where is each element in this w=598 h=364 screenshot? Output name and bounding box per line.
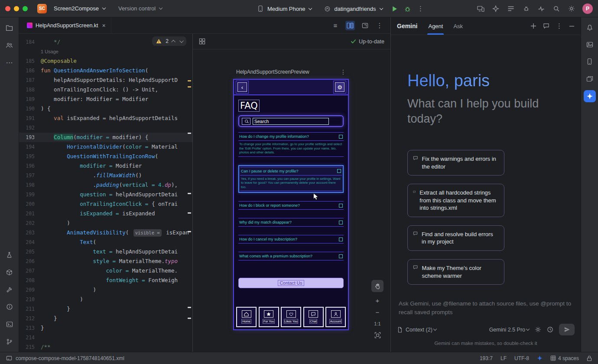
expand-icon[interactable] bbox=[337, 169, 341, 173]
zoom-out-button[interactable]: − bbox=[376, 309, 380, 315]
hide-panel-icon[interactable] bbox=[569, 23, 575, 29]
readonly-lock-icon[interactable] bbox=[587, 355, 592, 361]
conversations-icon[interactable] bbox=[543, 23, 549, 29]
float-window-icon[interactable] bbox=[360, 21, 370, 30]
faq-item[interactable]: Why did my match disappear? bbox=[238, 218, 344, 227]
split-preview-toggle[interactable] bbox=[345, 21, 355, 30]
line-ending[interactable]: LF bbox=[500, 355, 507, 361]
code-line[interactable]: 195 QuestionWithTrailingIconRow( bbox=[19, 152, 192, 161]
run-button[interactable] bbox=[390, 4, 399, 13]
phone-settings-button[interactable]: ⚙ bbox=[335, 82, 344, 92]
nav-for-you[interactable]: For You bbox=[259, 307, 279, 327]
tab-ask[interactable]: Ask bbox=[449, 17, 467, 35]
code-line[interactable]: 210 ) bbox=[19, 295, 192, 304]
suggestion-card[interactable]: Extract all hardcoded strings from this … bbox=[407, 184, 504, 217]
faq-search-field[interactable]: Search bbox=[238, 115, 344, 127]
profiler-icon[interactable] bbox=[537, 4, 546, 13]
gemini-settings-icon[interactable] bbox=[535, 326, 541, 333]
maximize-window-button[interactable] bbox=[23, 6, 28, 11]
package-icon[interactable] bbox=[4, 267, 15, 277]
gemini-status-spark-icon[interactable] bbox=[537, 355, 543, 361]
code-line[interactable]: 196 modifier = Modifier bbox=[19, 161, 192, 171]
code-line[interactable]: 206 style = MaterialTheme.typo bbox=[19, 257, 192, 266]
code-line[interactable]: 190) { bbox=[19, 104, 192, 114]
editor-kebab-icon[interactable]: ⋮ bbox=[375, 21, 384, 30]
code-line[interactable]: 203 AnimatedVisibility( visible = isExpa… bbox=[19, 228, 192, 237]
gemini-kebab-icon[interactable]: ⋮ bbox=[556, 22, 562, 30]
code-line[interactable]: 186fun QuestionAndAnswerInfoSection( bbox=[19, 66, 192, 75]
code-editor[interactable]: 184 */1 Usage185@Composable186fun Questi… bbox=[19, 34, 193, 352]
suggestion-card[interactable]: Fix the warnings and errors in the edito… bbox=[407, 150, 504, 176]
expand-icon[interactable] bbox=[339, 254, 343, 258]
status-file-name[interactable]: compose-compose-model-1758748140651.xml bbox=[16, 355, 124, 361]
code-line[interactable]: 191 val isExpanded = helpAndSupportDetai… bbox=[19, 114, 192, 123]
code-line[interactable]: 207 color = MaterialTheme. bbox=[19, 266, 192, 276]
editor-tab[interactable]: HelpAndSupportScreen.kt × bbox=[22, 17, 111, 33]
ai-sparkle-icon[interactable] bbox=[491, 4, 500, 13]
code-line[interactable]: 199 question = helpAndSupportDetai bbox=[19, 190, 192, 199]
model-selector[interactable]: Gemini 2.5 Pro bbox=[489, 327, 529, 333]
zoom-ratio-button[interactable]: 1:1 bbox=[374, 321, 380, 326]
project-folder-icon[interactable] bbox=[4, 23, 15, 33]
expand-icon[interactable] bbox=[339, 221, 343, 224]
context-selector[interactable]: Context (2) bbox=[406, 327, 436, 333]
device-manager-icon[interactable] bbox=[585, 56, 595, 67]
faq-item[interactable]: How do I change my profile information? … bbox=[238, 132, 344, 157]
logcat-icon[interactable] bbox=[507, 4, 515, 13]
nav-account[interactable]: Account bbox=[325, 307, 346, 327]
zoom-in-button[interactable]: + bbox=[376, 298, 380, 304]
inspections-widget[interactable]: 2 bbox=[152, 36, 186, 46]
vcs-selector[interactable]: Version control bbox=[115, 3, 166, 13]
code-line[interactable]: 189 modifier: Modifier = Modifier bbox=[19, 94, 192, 104]
suggestion-card[interactable]: Find and resolve build errors in my proj… bbox=[407, 225, 504, 251]
code-line[interactable]: 1 Usage bbox=[19, 47, 192, 56]
device-selector[interactable]: Medium Phone bbox=[253, 3, 315, 15]
code-line[interactable]: 197 .fillMaxWidth() bbox=[19, 171, 192, 180]
code-line[interactable]: 187 helpAndSupportDetails: HelpAndSuppor… bbox=[19, 75, 192, 85]
app-insights-bug-icon[interactable] bbox=[522, 4, 530, 13]
build-hammer-icon[interactable] bbox=[4, 284, 15, 295]
code-line[interactable]: 215/** bbox=[19, 342, 192, 352]
previous-problem-icon[interactable] bbox=[171, 39, 176, 44]
phone-preview[interactable]: ‹ ⚙ FAQ Search bbox=[233, 79, 349, 330]
file-encoding[interactable]: UTF-8 bbox=[514, 355, 529, 361]
faq-item[interactable]: How do I block or report someone? bbox=[238, 201, 344, 210]
code-line[interactable]: 202 ) bbox=[19, 218, 192, 228]
preview-kebab-icon[interactable]: ⋮ bbox=[340, 68, 346, 75]
code-line[interactable]: 185@Composable bbox=[19, 56, 192, 66]
project-selector[interactable]: Screen2Compose bbox=[50, 3, 109, 13]
search-everywhere-icon[interactable] bbox=[552, 4, 561, 13]
code-line[interactable]: 208 fontWeight = FontWeigh bbox=[19, 276, 192, 285]
new-chat-icon[interactable] bbox=[530, 23, 536, 29]
code-line[interactable]: 194 HorizontalDivider(color = Material bbox=[19, 142, 192, 152]
suggestion-card[interactable]: Make my Theme's color scheme warmer bbox=[407, 259, 504, 285]
running-devices-icon[interactable] bbox=[476, 4, 485, 13]
settings-gear-icon[interactable] bbox=[567, 4, 576, 13]
preview-canvas[interactable]: HelpAndSupportScreenPreview ⋮ ‹ ⚙ FAQ bbox=[193, 49, 390, 352]
code-line[interactable]: 214 bbox=[19, 333, 192, 342]
close-window-button[interactable] bbox=[5, 6, 10, 11]
run-more-kebab-icon[interactable]: ⋮ bbox=[416, 4, 425, 13]
terminal-icon[interactable] bbox=[4, 319, 15, 329]
notifications-bell-icon[interactable] bbox=[585, 23, 595, 33]
faq-item[interactable]: How do I cancel my subscription? bbox=[238, 235, 344, 244]
expand-icon[interactable] bbox=[339, 135, 343, 139]
code-line[interactable]: 213} bbox=[19, 323, 192, 333]
tests-flask-icon[interactable] bbox=[4, 250, 15, 260]
run-config-selector[interactable]: datingandfriends bbox=[319, 3, 386, 15]
cursor-position[interactable]: 193:7 bbox=[480, 355, 493, 361]
zoom-fit-button[interactable] bbox=[374, 332, 381, 338]
nav-likes-you[interactable]: Likes You bbox=[281, 307, 301, 327]
gemini-prompt-input[interactable]: Ask Gemini, use @filename to attach sour… bbox=[397, 296, 575, 323]
expand-icon[interactable] bbox=[339, 204, 343, 208]
debug-button[interactable] bbox=[403, 4, 412, 13]
expand-icon[interactable] bbox=[339, 237, 343, 241]
nav-home[interactable]: Home bbox=[236, 307, 257, 327]
next-problem-icon[interactable] bbox=[179, 39, 184, 43]
code-line[interactable]: 201 isExpanded = isExpanded bbox=[19, 209, 192, 218]
faq-item[interactable]: What comes with a premium subscription? bbox=[238, 252, 344, 260]
preview-name[interactable]: HelpAndSupportScreenPreview bbox=[236, 69, 309, 75]
back-button[interactable]: ‹ bbox=[237, 82, 247, 92]
code-line[interactable]: 188 onTrailingIconClick: () -> Unit, bbox=[19, 85, 192, 94]
contact-us-button[interactable]: Contact Us bbox=[238, 278, 344, 288]
